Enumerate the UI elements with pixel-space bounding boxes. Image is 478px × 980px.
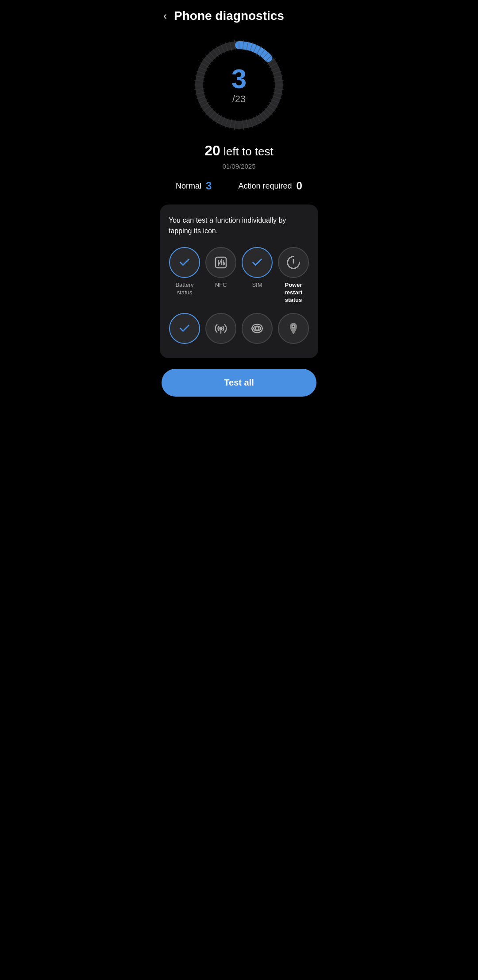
- nfc-icon: [205, 247, 236, 278]
- battery-status-label: Batterystatus: [175, 282, 193, 297]
- row2-icon3: [242, 313, 273, 344]
- test-date: 01/09/2025: [153, 162, 325, 170]
- icon-grid: Batterystatus NFC SIM: [169, 247, 309, 347]
- action-stat: Action required 0: [238, 180, 302, 192]
- left-to-test-number: 20: [204, 143, 220, 158]
- normal-stat: Normal 3: [176, 180, 212, 192]
- row2-icon2: [205, 313, 236, 344]
- battery-status-item[interactable]: Batterystatus: [169, 247, 200, 304]
- power-restart-icon: [278, 247, 309, 278]
- row2-item3[interactable]: [241, 313, 273, 347]
- sim-icon: [242, 247, 273, 278]
- left-to-test-text: 20 left to test: [204, 145, 274, 158]
- page-title: Phone diagnostics: [174, 9, 284, 23]
- normal-action-row: Normal 3 Action required 0: [153, 170, 325, 204]
- row2-item4[interactable]: [278, 313, 309, 347]
- svg-point-68: [255, 327, 259, 330]
- action-value: 0: [297, 180, 302, 192]
- donut-chart: // We'll create tick marks via inline SV…: [190, 36, 288, 134]
- row2-item1[interactable]: [169, 313, 200, 347]
- power-restart-item[interactable]: Powerrestart status: [278, 247, 309, 304]
- donut-center: 3 /23: [231, 65, 247, 105]
- action-label: Action required: [238, 181, 292, 191]
- function-hint: You can test a function individually by …: [169, 215, 309, 236]
- test-all-button[interactable]: Test all: [162, 369, 316, 397]
- donut-number: 3: [231, 65, 247, 93]
- nfc-label: NFC: [215, 282, 227, 289]
- row2-item2[interactable]: [205, 313, 237, 347]
- sim-item[interactable]: SIM: [241, 247, 273, 304]
- back-button[interactable]: ‹: [162, 9, 169, 23]
- battery-status-icon: [169, 247, 200, 278]
- donut-total: /23: [231, 93, 247, 105]
- left-to-test-label: left to test: [224, 145, 274, 158]
- nfc-item[interactable]: NFC: [205, 247, 237, 304]
- stats-row: 20 left to test: [153, 138, 325, 161]
- header: ‹ Phone diagnostics: [153, 0, 325, 27]
- row2-icon1: [169, 313, 200, 344]
- power-restart-label: Powerrestart status: [278, 282, 309, 304]
- normal-value: 3: [206, 180, 212, 192]
- function-card: You can test a function individually by …: [160, 204, 318, 358]
- sim-label: SIM: [252, 282, 262, 289]
- svg-point-69: [292, 325, 295, 328]
- normal-label: Normal: [176, 181, 201, 191]
- chart-container: // We'll create tick marks via inline SV…: [153, 27, 325, 138]
- row2-icon4: [278, 313, 309, 344]
